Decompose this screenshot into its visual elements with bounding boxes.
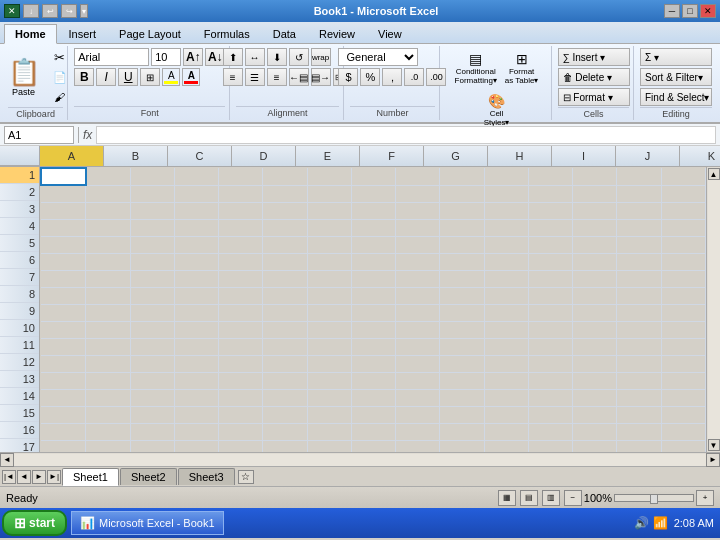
align-center-button[interactable]: ☰ — [245, 68, 265, 86]
cell-N3[interactable] — [617, 202, 661, 219]
cell-K5[interactable] — [484, 236, 528, 253]
cell-G6[interactable] — [307, 253, 351, 270]
col-header-K[interactable]: K — [680, 146, 720, 166]
cell-E12[interactable] — [219, 355, 263, 372]
cell-K4[interactable] — [484, 219, 528, 236]
row-number-17[interactable]: 17 — [0, 439, 39, 452]
row-number-4[interactable]: 4 — [0, 218, 39, 235]
number-format-select[interactable]: General Number Currency Percentage — [338, 48, 418, 66]
cell-B14[interactable] — [86, 389, 130, 406]
cell-I11[interactable] — [396, 338, 440, 355]
text-direction-button[interactable]: ↺ — [289, 48, 309, 66]
cell-D13[interactable] — [174, 372, 218, 389]
cell-G8[interactable] — [307, 287, 351, 304]
font-color-button[interactable]: A — [182, 68, 200, 86]
zoom-slider[interactable] — [614, 494, 694, 502]
format-painter-button[interactable]: 🖌 — [49, 88, 71, 106]
cell-H14[interactable] — [351, 389, 395, 406]
cell-E7[interactable] — [219, 270, 263, 287]
cell-O16[interactable] — [661, 423, 705, 440]
cell-M12[interactable] — [573, 355, 617, 372]
cell-J5[interactable] — [440, 236, 484, 253]
layout-view-button[interactable]: ▤ — [520, 490, 538, 506]
row-number-1[interactable]: 1 — [0, 167, 39, 184]
cell-A4[interactable] — [41, 219, 86, 236]
sheet-tab-3[interactable]: Sheet3 — [178, 468, 235, 485]
cell-G9[interactable] — [307, 304, 351, 321]
cell-J9[interactable] — [440, 304, 484, 321]
row-number-6[interactable]: 6 — [0, 252, 39, 269]
cell-H2[interactable] — [351, 185, 395, 202]
name-box[interactable] — [4, 126, 74, 144]
close-button[interactable]: ✕ — [700, 4, 716, 18]
cell-I5[interactable] — [396, 236, 440, 253]
row-number-8[interactable]: 8 — [0, 286, 39, 303]
cell-L3[interactable] — [528, 202, 572, 219]
cell-O14[interactable] — [661, 389, 705, 406]
cell-D12[interactable] — [174, 355, 218, 372]
cell-L7[interactable] — [528, 270, 572, 287]
cell-L12[interactable] — [528, 355, 572, 372]
cell-C10[interactable] — [130, 321, 174, 338]
cell-K8[interactable] — [484, 287, 528, 304]
cell-H6[interactable] — [351, 253, 395, 270]
sort-filter-button[interactable]: Sort & Filter▾ — [640, 68, 712, 86]
cell-C11[interactable] — [130, 338, 174, 355]
cell-G3[interactable] — [307, 202, 351, 219]
row-number-3[interactable]: 3 — [0, 201, 39, 218]
cell-O8[interactable] — [661, 287, 705, 304]
cell-K9[interactable] — [484, 304, 528, 321]
cell-A9[interactable] — [41, 304, 86, 321]
cell-E10[interactable] — [219, 321, 263, 338]
cell-E13[interactable] — [219, 372, 263, 389]
vertical-scrollbar[interactable]: ▲ ▼ — [706, 167, 720, 452]
next-sheet-button[interactable]: ► — [32, 470, 46, 484]
cell-I6[interactable] — [396, 253, 440, 270]
cell-B8[interactable] — [86, 287, 130, 304]
cell-C14[interactable] — [130, 389, 174, 406]
align-middle-button[interactable]: ↔ — [245, 48, 265, 66]
cell-H11[interactable] — [351, 338, 395, 355]
cell-O4[interactable] — [661, 219, 705, 236]
row-number-10[interactable]: 10 — [0, 320, 39, 337]
cell-O2[interactable] — [661, 185, 705, 202]
row-number-13[interactable]: 13 — [0, 371, 39, 388]
cell-N15[interactable] — [617, 406, 661, 423]
cell-A3[interactable] — [41, 202, 86, 219]
scroll-right-button[interactable]: ► — [706, 453, 720, 467]
cell-C7[interactable] — [130, 270, 174, 287]
conditional-formatting-button[interactable]: ▤ ConditionalFormatting▾ — [452, 48, 500, 88]
currency-button[interactable]: $ — [338, 68, 358, 86]
cell-O13[interactable] — [661, 372, 705, 389]
cell-N1[interactable] — [617, 168, 661, 185]
cell-D3[interactable] — [174, 202, 218, 219]
hscroll-track[interactable] — [14, 454, 706, 466]
cell-F3[interactable] — [263, 202, 307, 219]
cell-J1[interactable] — [440, 168, 484, 185]
cell-M1[interactable] — [573, 168, 617, 185]
page-break-view-button[interactable]: ▥ — [542, 490, 560, 506]
tab-pagelayout[interactable]: Page Layout — [108, 24, 192, 43]
cell-O10[interactable] — [661, 321, 705, 338]
new-sheet-button[interactable]: ☆ — [238, 470, 254, 484]
cell-G16[interactable] — [307, 423, 351, 440]
cell-E15[interactable] — [219, 406, 263, 423]
row-number-15[interactable]: 15 — [0, 405, 39, 422]
tab-review[interactable]: Review — [308, 24, 366, 43]
cell-I8[interactable] — [396, 287, 440, 304]
col-header-F[interactable]: F — [360, 146, 424, 166]
scroll-down-button[interactable]: ▼ — [708, 439, 720, 451]
cell-C3[interactable] — [130, 202, 174, 219]
cell-K13[interactable] — [484, 372, 528, 389]
vscroll-track[interactable] — [708, 180, 720, 439]
cell-J4[interactable] — [440, 219, 484, 236]
format-as-table-button[interactable]: ⊞ Formatas Table▾ — [502, 48, 542, 88]
cell-G15[interactable] — [307, 406, 351, 423]
col-header-A[interactable]: A — [40, 146, 104, 166]
cell-I1[interactable] — [396, 168, 440, 185]
cell-J7[interactable] — [440, 270, 484, 287]
cell-C15[interactable] — [130, 406, 174, 423]
cell-J14[interactable] — [440, 389, 484, 406]
cell-C16[interactable] — [130, 423, 174, 440]
cell-B6[interactable] — [86, 253, 130, 270]
